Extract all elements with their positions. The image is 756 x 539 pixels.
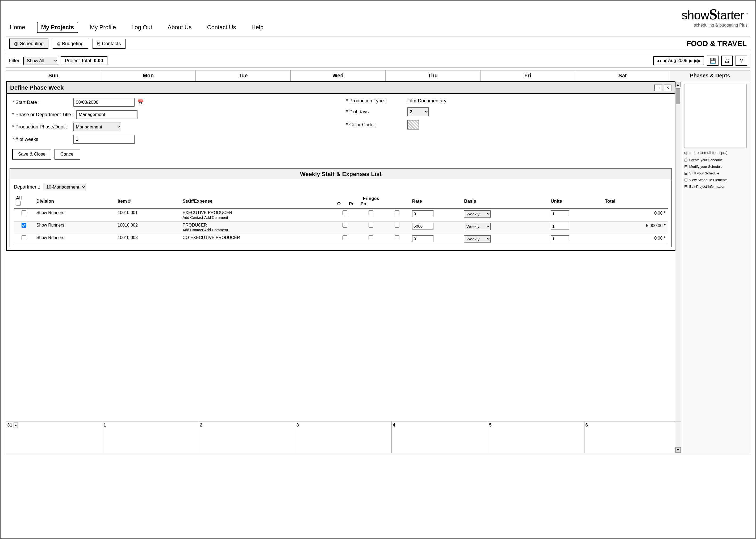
- cal-expand-icon[interactable]: ●: [14, 423, 18, 428]
- modal-minimize-btn[interactable]: □: [654, 85, 662, 91]
- main-scrollbar: ▲ ▼: [675, 81, 681, 453]
- row2-add-comment[interactable]: Add Comment: [204, 228, 228, 232]
- row1-basis-select[interactable]: Weekly Daily Flat: [464, 210, 491, 217]
- row2-rate-cell: [410, 221, 462, 234]
- num-days-select[interactable]: 2 1 3 4 5 6 7: [408, 108, 429, 116]
- row2-units-input[interactable]: [551, 223, 569, 229]
- row2-add-contact[interactable]: Add Contact: [183, 228, 203, 232]
- calendar-icon[interactable]: 📅: [137, 99, 144, 106]
- cal-cell-5: 5: [488, 422, 584, 453]
- budgeting-icon: ⎙: [57, 41, 60, 46]
- num-days-label: * # of days: [346, 109, 405, 115]
- row1-add-comment[interactable]: Add Comment: [204, 215, 228, 220]
- num-weeks-row: * # of weeks: [12, 135, 336, 144]
- nav-my-projects[interactable]: My Projects: [37, 22, 78, 33]
- current-month: Aug 2008: [668, 58, 687, 63]
- nav-first-icon[interactable]: ◂◂: [656, 58, 661, 63]
- row2-total: 5,000.00 *: [603, 221, 668, 234]
- nav-next-icon[interactable]: ▶: [689, 58, 692, 63]
- production-phase-select[interactable]: Management: [73, 122, 121, 131]
- calendar-header: Sun Mon Tue Wed Thu Fri Sat Phases & Dep…: [6, 70, 750, 81]
- row1-fringe-o-check[interactable]: [342, 210, 347, 215]
- color-picker[interactable]: [408, 120, 419, 129]
- scheduling-tab[interactable]: ◍ Scheduling: [9, 38, 48, 49]
- cal-cell-6: 6: [584, 422, 681, 453]
- nav-home[interactable]: Home: [6, 22, 29, 33]
- filter-label: Filter:: [9, 58, 21, 63]
- num-weeks-input[interactable]: [73, 135, 134, 144]
- row3-total: 0.00 *: [603, 234, 668, 244]
- row2-fringe-o-check[interactable]: [342, 223, 347, 228]
- weekly-title: Weekly Staff & Expenses List: [10, 169, 671, 180]
- scroll-up-arrow[interactable]: ▲: [675, 82, 681, 87]
- cal-cell-31: 31 ●: [6, 422, 102, 453]
- sidebar-link-edit[interactable]: ⊞ Edit Project Information: [684, 184, 747, 189]
- sidebar-link-view[interactable]: ⊞ View Schedule Elements: [684, 177, 747, 183]
- row2-fringe-po-check[interactable]: [395, 223, 400, 228]
- start-date-input[interactable]: [73, 98, 134, 107]
- rate-header: Rate: [410, 194, 462, 209]
- row2-check-cell: [14, 221, 34, 234]
- main-content: Define Phase Week □ ✕ * Start Date : 📅: [6, 81, 750, 453]
- nav-help[interactable]: Help: [248, 22, 267, 33]
- units-header: Units: [549, 194, 603, 209]
- row2-checkbox[interactable]: [22, 223, 26, 228]
- row1-asterisk[interactable]: *: [664, 210, 666, 216]
- color-code-row: * Color Code :: [346, 120, 670, 129]
- nav-prev-icon[interactable]: ◀: [663, 58, 666, 63]
- row1-add-contact[interactable]: Add Contact: [183, 215, 203, 220]
- sidebar-link-modify[interactable]: ⊞ Modify your Schedule: [684, 164, 747, 169]
- phase-title-input[interactable]: [76, 110, 137, 119]
- logo-text: showStarter™: [682, 6, 747, 23]
- sidebar-link-shift[interactable]: ⊞ Shift your Schedule: [684, 171, 747, 176]
- filter-select[interactable]: Show All: [24, 57, 58, 65]
- nav-contact-us[interactable]: Contact Us: [203, 22, 240, 33]
- department-select[interactable]: 10-Management: [43, 183, 86, 191]
- row3-checkbox[interactable]: [22, 235, 26, 240]
- phase-title-label: * Phase or Department Title :: [12, 112, 74, 117]
- row2-fringe-pr-check[interactable]: [369, 223, 373, 228]
- row1-fringe-po: [384, 209, 410, 221]
- print-icon-btn[interactable]: 🖨: [721, 55, 733, 66]
- row3-units-input[interactable]: [551, 235, 569, 242]
- row1-fringe-po-check[interactable]: [395, 210, 400, 215]
- row3-fringe-o-check[interactable]: [342, 235, 347, 240]
- help-icon-btn[interactable]: ?: [735, 55, 747, 66]
- row1-checkbox[interactable]: [22, 210, 26, 215]
- row2-basis-select[interactable]: Weekly Daily Flat: [464, 223, 491, 230]
- row1-rate-input[interactable]: [412, 210, 433, 217]
- start-date-row: * Start Date : 📅: [12, 98, 336, 107]
- nav-log-out[interactable]: Log Out: [128, 22, 156, 33]
- budgeting-tab[interactable]: ⎙ Budgeting: [53, 39, 88, 49]
- nav-last-icon[interactable]: ▶▶: [694, 58, 701, 63]
- scroll-thumb[interactable]: [676, 88, 680, 104]
- row1-fringe-pr: [358, 209, 384, 221]
- row3-basis-select[interactable]: Weekly: [464, 235, 491, 243]
- row1-fringe-pr-check[interactable]: [369, 210, 373, 215]
- cancel-btn[interactable]: Cancel: [54, 149, 80, 160]
- save-close-btn[interactable]: Save & Close: [12, 149, 51, 160]
- nav-about-us[interactable]: About Us: [164, 22, 195, 33]
- select-all-checkbox[interactable]: [16, 201, 21, 205]
- row2-asterisk[interactable]: *: [664, 223, 666, 228]
- row3-fringe-pr-check[interactable]: [369, 235, 373, 240]
- cal-sun: Sun: [6, 70, 101, 81]
- row2-basis-cell: Weekly Daily Flat: [462, 221, 549, 234]
- row2-fringe-po: [384, 221, 410, 234]
- row1-units-input[interactable]: [551, 210, 569, 217]
- row3-asterisk[interactable]: *: [664, 235, 666, 241]
- cal-mon: Mon: [101, 70, 196, 81]
- row1-item: 10010.001: [115, 209, 180, 221]
- color-code-label: * Color Code :: [346, 122, 405, 128]
- nav-my-profile[interactable]: My Profile: [86, 22, 120, 33]
- contacts-tab[interactable]: ⎘ Contacts: [93, 39, 125, 49]
- row2-rate-input[interactable]: [412, 223, 433, 229]
- sidebar-link-create[interactable]: ⊞ Create your Schedule: [684, 157, 747, 163]
- row1-rate-cell: [410, 209, 462, 221]
- modal-close-btn[interactable]: ✕: [664, 85, 671, 91]
- weekly-staff-section: Weekly Staff & Expenses List Department:…: [10, 168, 672, 247]
- row3-fringe-po-check[interactable]: [395, 235, 400, 240]
- phases-depts-area: [684, 84, 747, 148]
- row3-rate-input[interactable]: [412, 235, 433, 242]
- save-icon-btn[interactable]: 💾: [707, 55, 718, 66]
